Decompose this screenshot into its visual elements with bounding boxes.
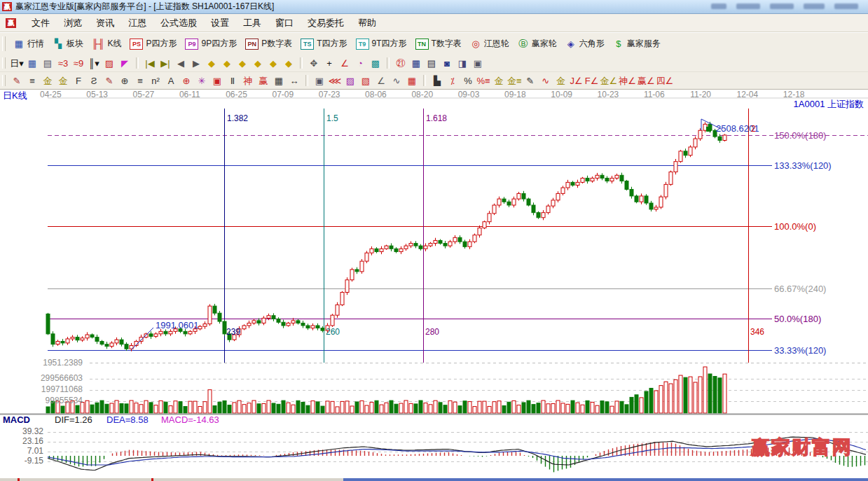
ink-tool[interactable]: ✎ — [523, 74, 537, 88]
notes-icon[interactable]: ▤ — [41, 57, 55, 70]
gold-line2-tool[interactable]: 金 — [56, 74, 70, 88]
crosshair-icon[interactable]: + — [322, 57, 336, 70]
nav-diamond-2-icon[interactable]: ◆ — [220, 57, 234, 70]
magic-icon[interactable]: ◔ — [353, 57, 367, 70]
fan-angle-tool[interactable]: ∠ — [374, 74, 388, 88]
toolbar-item-p-square[interactable]: PSP四方形 — [125, 36, 181, 51]
toolbar-item-9t-square[interactable]: T99T四方形 — [352, 36, 411, 51]
color-chart-icon[interactable]: ◤ — [118, 57, 132, 70]
titlebar-link[interactable] — [711, 4, 726, 9]
titlebar-link[interactable] — [834, 4, 858, 9]
calendar-icon[interactable]: ㉑ — [394, 57, 408, 70]
ying-tool[interactable]: 赢 — [256, 74, 270, 88]
j-angle-tool[interactable]: J∠ — [570, 74, 584, 88]
nav-diamond-3-icon[interactable]: ◆ — [235, 57, 249, 70]
pct-line-tool[interactable]: %≡ — [476, 74, 490, 88]
titlebar-link[interactable] — [736, 4, 760, 9]
col-tool[interactable]: ▙ — [430, 74, 444, 88]
gann-grid-tool[interactable]: ▦ — [405, 74, 419, 88]
shade2-tool[interactable]: ▧ — [359, 74, 373, 88]
pencil2-tool[interactable]: ✎ — [102, 74, 116, 88]
shade-grid-tool[interactable]: ▨ — [343, 74, 357, 88]
ying-angle-tool[interactable]: 赢∠ — [638, 74, 655, 88]
menu-gann[interactable]: 江恩 — [121, 15, 153, 32]
angle-mark-icon[interactable]: ∠ — [338, 57, 352, 70]
menu-settings[interactable]: 设置 — [204, 15, 236, 32]
grid-lines-tool[interactable]: ≡ — [133, 74, 147, 88]
nav-diamond-6-icon[interactable]: ◆ — [282, 57, 296, 70]
toolbar-item-winner-wheel[interactable]: Ⓑ赢家轮 — [514, 36, 561, 52]
titlebar-link[interactable] — [804, 4, 825, 9]
export-icon[interactable]: ◨ — [455, 57, 469, 70]
chart-area[interactable]: 日K线 1A0001 上证指数 1991.0601 2508.6201 1951… — [0, 90, 868, 481]
wave9-icon[interactable]: ≈9 — [71, 57, 85, 70]
angle-a-tool[interactable]: A — [164, 74, 178, 88]
toolbar-item-blocks[interactable]: ▚板块 — [48, 36, 88, 51]
toolbar-item-gann-wheel[interactable]: ◎江恩轮 — [466, 36, 514, 51]
brain-icon[interactable]: ▩ — [368, 57, 383, 70]
gold-fan-tool[interactable]: 金 — [554, 74, 568, 88]
pct-red-tool[interactable]: ⁒ — [446, 74, 460, 88]
wave3-icon[interactable]: ≈3 — [56, 57, 70, 70]
region-icon[interactable]: ▨ — [102, 57, 116, 70]
calculator-icon[interactable]: ▦ — [409, 57, 423, 70]
shen-angle-tool[interactable]: 神∠ — [619, 74, 636, 88]
web-square-tool[interactable]: ▣ — [210, 74, 224, 88]
circle3-tool[interactable]: ⊕ — [118, 74, 132, 88]
gold-circle-tool[interactable]: 金 — [492, 74, 506, 88]
menu-file[interactable]: 文件 — [25, 15, 57, 32]
pct-tool[interactable]: % — [461, 74, 475, 88]
curve-tool[interactable]: ∿ — [539, 74, 553, 88]
period-dropdown-icon[interactable]: 日▾ — [10, 57, 24, 70]
toolbar-item-9p-square[interactable]: P99P四方形 — [181, 36, 241, 51]
prev-icon[interactable]: ◀ — [174, 57, 188, 70]
titlebar-link[interactable] — [770, 4, 794, 9]
fan-red-tool[interactable]: ⋘ — [328, 74, 342, 88]
menu-formula[interactable]: 公式选股 — [153, 15, 204, 32]
toolbar-item-t-square[interactable]: TST四方形 — [296, 36, 351, 51]
notepad-icon[interactable]: ▤ — [425, 57, 439, 70]
toolbar-item-hexagon[interactable]: ◈六角形 — [561, 36, 609, 51]
toolbar-item-winner-service[interactable]: $赢家服务 — [609, 36, 665, 51]
next-icon[interactable]: ▶ — [189, 57, 203, 70]
candle-style-dropdown-icon[interactable]: ║▾ — [87, 57, 101, 70]
gold-rule-tool[interactable]: 金≡ — [507, 74, 522, 88]
layout-icon[interactable]: ▦ — [25, 57, 39, 70]
bars-tool[interactable]: Ⅱ — [226, 74, 240, 88]
menu-trade[interactable]: 交易委托 — [301, 15, 351, 32]
width-tool[interactable]: ↔ — [287, 74, 301, 88]
grid123-tool[interactable]: ▦ — [272, 74, 286, 88]
hline-tool[interactable]: ≡ — [25, 74, 39, 88]
nav-diamond-4-icon[interactable]: ◆ — [251, 57, 265, 70]
gold-line-tool[interactable]: 金 — [41, 74, 55, 88]
toolbar-item-t-table[interactable]: TNT数字表 — [411, 36, 466, 51]
horizontal-scrollbar[interactable] — [0, 478, 868, 481]
toolbar-item-quotes[interactable]: ▦行情 — [9, 36, 48, 51]
menu-tools[interactable]: 工具 — [236, 15, 268, 32]
cycle-box-tool[interactable]: ▣ — [312, 74, 326, 88]
titlebar-links[interactable] — [711, 4, 858, 9]
menu-window[interactable]: 窗口 — [268, 15, 301, 32]
first-page-icon[interactable]: |◀ — [143, 57, 157, 70]
hand-tool-icon[interactable]: ✥ — [307, 57, 321, 70]
four-angle-tool[interactable]: 四∠ — [656, 74, 674, 88]
scrollbar-thumb[interactable] — [343, 478, 868, 481]
nav-diamond-5-icon[interactable]: ◆ — [266, 57, 280, 70]
last-page-icon[interactable]: ▶| — [158, 57, 172, 70]
target-tool[interactable]: ⊕ — [179, 74, 193, 88]
menu-help[interactable]: 帮助 — [351, 15, 383, 32]
spiral-tool[interactable]: Ƨ — [87, 74, 101, 88]
toolbar-item-kline[interactable]: ╟╢K线 — [88, 36, 125, 51]
save-icon[interactable]: ◙ — [440, 57, 454, 70]
shen-tool[interactable]: 神 — [241, 74, 255, 88]
pencil-tool[interactable]: ✎ — [10, 74, 24, 88]
menu-browse[interactable]: 浏览 — [57, 15, 89, 32]
fib-tool[interactable]: F — [71, 74, 85, 88]
toolbar-item-p-table[interactable]: PNP数字表 — [241, 36, 296, 51]
gold-angle-tool[interactable]: 金∠ — [600, 74, 618, 88]
pc-icon[interactable]: ▣ — [471, 57, 485, 70]
web-tool[interactable]: ✳ — [195, 74, 209, 88]
menu-news[interactable]: 资讯 — [89, 15, 121, 32]
wave-tool[interactable]: ∿ — [390, 74, 404, 88]
n2-tool[interactable]: n² — [149, 74, 163, 88]
